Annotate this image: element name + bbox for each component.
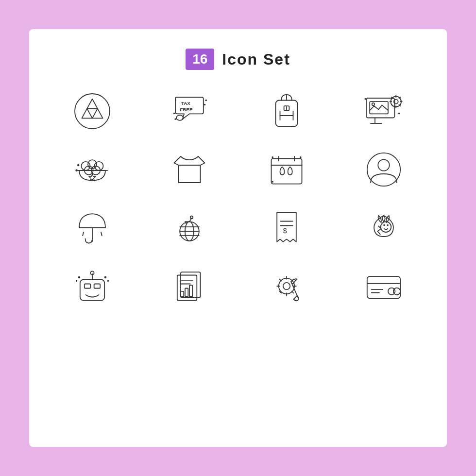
- svg-point-76: [78, 276, 81, 279]
- icon-user-circle: [345, 148, 423, 191]
- icon-backpack: [248, 89, 325, 133]
- svg-rect-98: [367, 276, 400, 298]
- svg-point-5: [205, 100, 207, 102]
- svg-point-68: [381, 221, 391, 232]
- svg-point-7: [173, 113, 175, 115]
- svg-point-53: [378, 159, 389, 170]
- svg-text:TAX: TAX: [181, 101, 190, 106]
- svg-point-78: [104, 276, 107, 279]
- icon-report: [151, 264, 228, 308]
- svg-point-49: [272, 156, 273, 158]
- svg-point-79: [107, 280, 109, 282]
- svg-rect-45: [272, 159, 302, 184]
- svg-marker-1: [87, 99, 98, 109]
- svg-point-4: [176, 115, 183, 120]
- svg-point-8: [174, 118, 176, 120]
- svg-line-94: [292, 291, 294, 293]
- svg-point-34: [398, 113, 400, 115]
- svg-point-69: [383, 224, 385, 226]
- svg-line-30: [391, 105, 393, 106]
- icon-monitor-settings: [345, 89, 423, 133]
- svg-rect-73: [94, 284, 101, 289]
- svg-point-43: [75, 170, 78, 172]
- icon-umbrella: [53, 206, 131, 250]
- svg-rect-82: [181, 291, 184, 297]
- svg-point-32: [372, 103, 374, 105]
- svg-line-56: [83, 232, 84, 236]
- svg-text:FREE: FREE: [180, 107, 193, 112]
- svg-point-103: [393, 288, 400, 295]
- svg-point-88: [283, 283, 290, 289]
- svg-point-51: [272, 181, 273, 183]
- svg-marker-3: [92, 109, 103, 119]
- svg-point-33: [364, 98, 366, 100]
- svg-line-93: [280, 279, 282, 281]
- icon-robot-face: [53, 264, 131, 308]
- svg-point-77: [76, 280, 78, 282]
- svg-point-42: [77, 164, 80, 167]
- svg-point-64: [190, 216, 193, 219]
- icon-rain-calendar: [248, 148, 325, 191]
- icon-count: 16: [186, 49, 214, 70]
- svg-point-52: [367, 153, 400, 186]
- svg-point-70: [387, 224, 389, 226]
- page-header: 16 Icon Set: [186, 49, 290, 70]
- svg-rect-11: [276, 101, 298, 127]
- svg-marker-2: [82, 109, 92, 119]
- svg-point-6: [204, 104, 206, 106]
- svg-point-50: [300, 156, 302, 158]
- icon-jersey: [151, 148, 228, 191]
- page-title: Icon Set: [222, 51, 290, 68]
- icon-triforce: [53, 89, 131, 133]
- icons-grid: TAX FREE: [53, 89, 423, 308]
- svg-line-57: [101, 232, 102, 236]
- svg-point-55: [91, 240, 93, 242]
- svg-rect-84: [189, 285, 192, 296]
- icon-hatching-egg: [345, 206, 423, 250]
- icon-gear-wrench: [248, 264, 325, 308]
- main-card: 16 Icon Set: [29, 29, 447, 447]
- icon-fruit-bowl: [53, 148, 131, 191]
- icon-receipt: $: [248, 206, 325, 250]
- icon-bicycle-globe: [151, 206, 228, 250]
- svg-text:$: $: [283, 227, 287, 235]
- icon-credit-card: [345, 264, 423, 308]
- svg-rect-83: [185, 289, 188, 297]
- icon-tax-free: TAX FREE: [151, 89, 228, 133]
- svg-rect-72: [85, 284, 91, 289]
